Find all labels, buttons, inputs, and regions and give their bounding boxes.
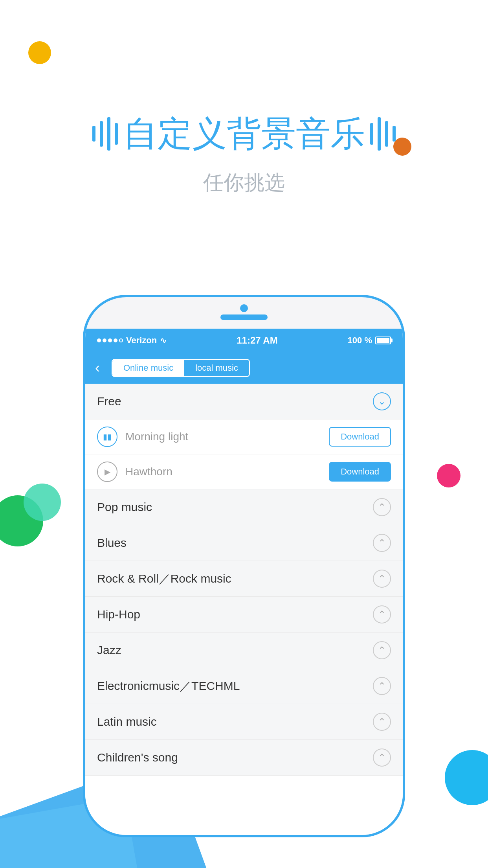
battery-percent: 100 % [348,335,372,346]
category-name-7: Children's song [97,751,178,764]
download-btn-morning-light[interactable]: Download [329,427,391,447]
free-section-header: Free ⌄ [85,384,403,419]
waveform-right [369,117,397,151]
category-row-2[interactable]: Rock & Roll／Rock music ⌃ [85,561,403,597]
category-row-6[interactable]: Latin music ⌃ [85,704,403,740]
blue-dot [445,750,488,805]
category-name-4: Jazz [97,644,121,657]
song-row-morning-light: ▮▮ Morning light Download [85,419,403,454]
song-name-morning-light: Morning light [125,430,321,443]
pink-dot [437,464,460,487]
category-toggle-3[interactable]: ⌃ [373,605,391,623]
pause-icon-morning-light[interactable]: ▮▮ [97,427,117,447]
category-name-0: Pop music [97,500,152,514]
download-btn-hawthorn[interactable]: Download [329,462,391,482]
category-row-1[interactable]: Blues ⌃ [85,525,403,561]
song-name-hawthorn: Hawthorn [125,465,321,478]
back-button[interactable]: ‹ [95,360,100,376]
battery-icon [375,337,391,344]
category-name-2: Rock & Roll／Rock music [97,571,231,587]
carrier-text: Verizon [126,335,157,346]
category-row-7[interactable]: Children's song ⌃ [85,740,403,776]
signal-dot-5 [119,338,123,342]
play-icon-hawthorn[interactable]: ▶ [97,462,117,482]
time-display: 11:27 AM [237,335,277,346]
category-toggle-7[interactable]: ⌃ [373,748,391,767]
categories-container: Pop music ⌃ Blues ⌃ Rock & Roll／Rock mus… [85,489,403,776]
signal-dots [97,338,123,342]
category-name-3: Hip-Hop [97,608,140,621]
tab-container: Online music local music [112,359,250,377]
phone-speaker [220,314,268,320]
signal-dot-3 [108,338,112,342]
tab-local-music[interactable]: local music [184,360,249,376]
category-name-5: Electronicmusic／TECHML [97,678,240,694]
main-title-text: 自定义背景音乐 [123,110,365,157]
signal-dot-1 [97,338,101,342]
category-name-1: Blues [97,536,127,550]
category-toggle-5[interactable]: ⌃ [373,677,391,695]
phone-top-bar [220,304,268,320]
battery-fill [377,338,389,343]
category-toggle-2[interactable]: ⌃ [373,570,391,588]
song-row-hawthorn: ▶ Hawthorn Download [85,454,403,489]
category-toggle-4[interactable]: ⌃ [373,641,391,659]
status-bar: Verizon ∿ 11:27 AM 100 % [85,329,403,352]
status-right: 100 % [348,335,391,346]
main-title-wrapper: 自定义背景音乐 [91,110,397,157]
green-dot-small [24,484,61,521]
phone-camera [240,304,248,312]
waveform-left [91,117,119,151]
phone-outer: Verizon ∿ 11:27 AM 100 % ‹ Online music … [83,295,405,837]
category-row-3[interactable]: Hip-Hop ⌃ [85,597,403,633]
subtitle-text: 任你挑选 [203,169,285,197]
category-toggle-6[interactable]: ⌃ [373,713,391,731]
free-section-title: Free [97,395,121,408]
category-row-0[interactable]: Pop music ⌃ [85,489,403,525]
nav-bar: ‹ Online music local music [85,352,403,384]
content-area: Free ⌄ ▮▮ Morning light Download ▶ Hawth… [85,384,403,835]
category-toggle-0[interactable]: ⌃ [373,498,391,516]
status-left: Verizon ∿ [97,335,167,346]
category-toggle-1[interactable]: ⌃ [373,534,391,552]
tab-online-music[interactable]: Online music [112,360,184,376]
top-section: 自定义背景音乐 任你挑选 [0,0,488,307]
phone-mockup: Verizon ∿ 11:27 AM 100 % ‹ Online music … [83,295,405,837]
category-row-4[interactable]: Jazz ⌃ [85,633,403,668]
free-section-toggle[interactable]: ⌄ [373,392,391,410]
category-row-5[interactable]: Electronicmusic／TECHML ⌃ [85,668,403,704]
signal-dot-2 [103,338,106,342]
wifi-icon: ∿ [160,336,167,345]
signal-dot-4 [114,338,117,342]
category-name-6: Latin music [97,715,157,728]
